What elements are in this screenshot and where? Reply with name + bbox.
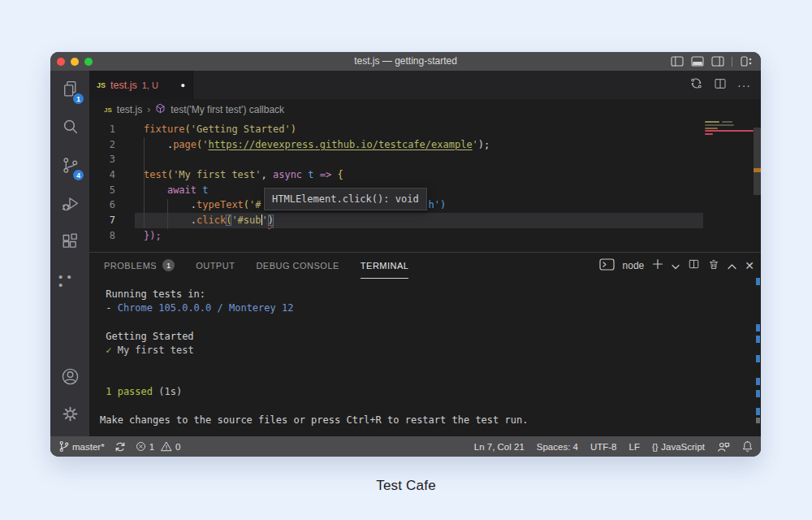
feedback-icon[interactable] — [717, 441, 730, 453]
tab-problems[interactable]: PROBLEMS 1 — [104, 253, 175, 279]
terminal-tab-label: TERMINAL — [361, 261, 409, 271]
line-number[interactable]: 3 — [89, 152, 115, 167]
breadcrumb-file[interactable]: test.js — [117, 104, 142, 115]
git-branch-status[interactable]: master* — [58, 440, 105, 453]
test-symbol-icon — [155, 103, 166, 116]
line-number[interactable]: 1 — [89, 122, 115, 137]
code-line[interactable]: 7 .click('#sub') — [89, 213, 761, 228]
split-terminal-icon[interactable] — [688, 258, 700, 273]
debug-icon — [60, 193, 80, 217]
panel-header: PROBLEMS 1 OUTPUT DEBUG CONSOLE TERMINAL — [89, 253, 761, 279]
debug-console-tab-label: DEBUG CONSOLE — [256, 261, 339, 271]
plus-icon[interactable] — [652, 258, 663, 273]
terminal-icon — [599, 258, 615, 274]
output-tab-label: OUTPUT — [196, 261, 235, 271]
code-line[interactable]: 1fixture('Getting Started') — [89, 122, 761, 137]
line-number[interactable]: 8 — [89, 228, 115, 244]
line-number[interactable]: 6 — [89, 197, 115, 213]
tab-terminal[interactable]: TERMINAL — [361, 253, 409, 279]
customize-layout-icon[interactable] — [740, 56, 753, 67]
more-actions-icon[interactable]: ··· — [737, 79, 751, 92]
code-line[interactable]: 2 .page('https://devexpress.github.io/te… — [89, 137, 761, 153]
layout-sidebar-right-icon[interactable] — [711, 56, 724, 67]
search-icon — [60, 117, 80, 141]
line-number[interactable]: 7 — [89, 213, 115, 228]
layout-sidebar-left-icon[interactable] — [671, 56, 684, 67]
bell-icon[interactable] — [742, 440, 753, 453]
layout-panel-icon[interactable] — [691, 56, 704, 67]
language-label: JavaScript — [661, 442, 705, 452]
terminal-decoration-mark — [756, 408, 760, 415]
account-icon — [60, 366, 80, 390]
eol-setting[interactable]: LF — [629, 442, 640, 452]
terminal-output[interactable]: Running tests in: - Chrome 105.0.0.0 / M… — [89, 279, 761, 436]
source-control-badge: 4 — [73, 170, 84, 180]
terminal-line: 1 passed (1s) — [100, 385, 761, 399]
terminal-decoration-mark — [756, 278, 760, 285]
sidebar-item-settings[interactable] — [58, 404, 81, 427]
javascript-file-icon: JS — [104, 106, 112, 114]
git-branch-icon — [58, 440, 69, 453]
problems-status[interactable]: 1 0 — [136, 441, 181, 452]
sidebar-item-source-control[interactable]: 4 — [58, 155, 81, 178]
terminal-decoration-mark — [756, 390, 760, 397]
code-line[interactable]: 8}); — [89, 228, 761, 244]
tab-debug-console[interactable]: DEBUG CONSOLE — [256, 253, 339, 279]
line-number[interactable]: 2 — [89, 137, 115, 153]
editor-scrollbar[interactable] — [754, 120, 761, 252]
breadcrumb-symbol[interactable]: test('My first test') callback — [171, 104, 284, 115]
terminal-decoration-mark — [756, 378, 760, 385]
terminal-decoration-mark — [756, 418, 760, 423]
terminal-line — [100, 315, 761, 329]
open-changes-icon[interactable] — [689, 76, 703, 93]
minimap-line — [705, 121, 719, 123]
split-editor-icon[interactable] — [714, 77, 727, 93]
breadcrumb-separator: › — [147, 104, 150, 115]
traffic-lights — [57, 58, 93, 66]
scrollbar-slider[interactable] — [754, 128, 761, 195]
sidebar-item-accounts[interactable] — [58, 366, 81, 389]
code-line[interactable]: 3 — [89, 152, 761, 167]
shell-label[interactable]: node — [623, 260, 645, 271]
javascript-file-icon: JS — [97, 81, 106, 89]
minimize-window-icon[interactable] — [71, 58, 79, 66]
warning-count: 0 — [175, 442, 180, 452]
indentation-setting[interactable]: Spaces: 4 — [537, 442, 578, 452]
sidebar-item-search[interactable] — [58, 117, 81, 140]
overview-ruler-modified-mark — [754, 168, 761, 172]
extensions-icon — [60, 232, 80, 255]
sync-changes-button[interactable] — [114, 441, 126, 453]
line-number[interactable]: 4 — [89, 167, 115, 183]
chevron-down-icon[interactable] — [672, 258, 680, 273]
terminal-decoration-mark — [756, 355, 760, 362]
chevron-up-icon[interactable] — [728, 258, 736, 273]
breadcrumb[interactable]: JS test.js › test('My first test') callb… — [89, 99, 761, 120]
code-editor[interactable]: 1fixture('Getting Started')2 .page('http… — [89, 120, 761, 252]
activity-bar: 1 4 — [50, 71, 89, 436]
tab-test-js[interactable]: JS test.js 1, U ● — [89, 71, 193, 99]
terminal-line: Make changes to the source files or pres… — [100, 414, 761, 427]
sidebar-item-run-debug[interactable] — [58, 193, 81, 216]
close-panel-icon[interactable]: ✕ — [745, 260, 754, 271]
language-mode[interactable]: {} JavaScript — [652, 442, 705, 452]
encoding-setting[interactable]: UTF-8 — [590, 442, 617, 452]
line-number[interactable]: 5 — [89, 183, 115, 198]
error-icon — [136, 441, 146, 452]
cursor-position[interactable]: Ln 7, Col 21 — [474, 442, 525, 452]
trash-icon[interactable] — [708, 258, 719, 274]
ellipsis-icon: • • • — [58, 273, 81, 289]
minimap[interactable] — [703, 120, 754, 252]
code-line[interactable]: 4test('My first test', async t => { — [89, 167, 761, 183]
zoom-window-icon[interactable] — [84, 58, 93, 66]
tab-output[interactable]: OUTPUT — [196, 253, 235, 279]
tab-problems-git-decoration: 1, U — [142, 80, 158, 90]
sidebar-item-extensions[interactable] — [58, 232, 81, 254]
terminal-decoration-mark — [756, 324, 760, 332]
sidebar-item-more-views[interactable]: • • • — [58, 270, 81, 292]
close-window-icon[interactable] — [57, 58, 65, 66]
problems-count-badge: 1 — [162, 259, 175, 271]
terminal-line: Running tests in: — [100, 288, 761, 301]
sidebar-item-explorer[interactable]: 1 — [58, 79, 81, 102]
minimap-error-line — [705, 130, 754, 132]
image-caption: Test Cafe — [0, 478, 812, 494]
